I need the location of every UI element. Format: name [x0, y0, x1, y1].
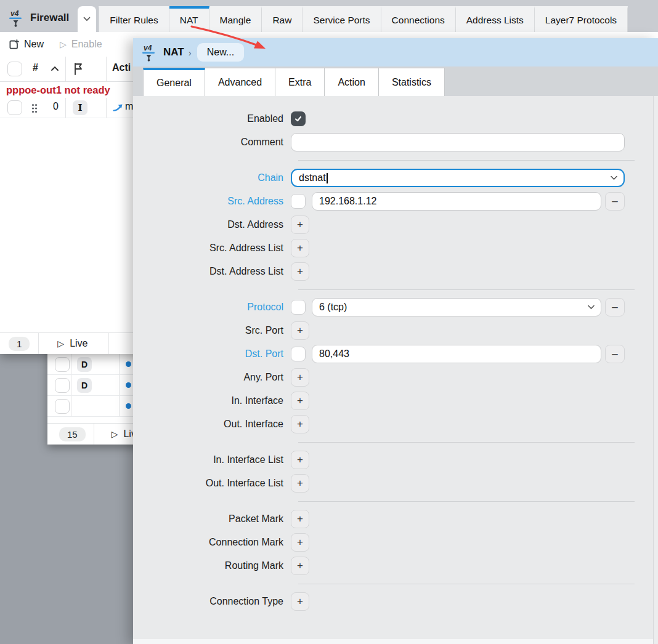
live-button[interactable]: ▷ Liv — [112, 429, 136, 440]
error-message: pppoe-out1 not ready — [6, 84, 110, 96]
drag-handle-icon[interactable] — [31, 103, 38, 113]
play-icon: ▷ — [57, 339, 64, 348]
column-divider — [71, 354, 71, 374]
src-port-add-button[interactable]: + — [291, 321, 309, 340]
in-interface-add-button[interactable]: + — [291, 392, 309, 410]
select-all-checkbox[interactable] — [7, 62, 22, 76]
connection-mark-add-button[interactable]: + — [291, 533, 309, 552]
field-label-dst-address-list: Dst. Address List — [133, 266, 291, 277]
src-address-input[interactable] — [312, 192, 601, 211]
protocol-remove-button[interactable]: – — [605, 298, 625, 316]
dialog-title: NAT — [163, 46, 184, 58]
dst-address-add-button[interactable]: + — [291, 215, 309, 234]
breadcrumb-chevron-icon: › — [189, 47, 192, 58]
field-label-out-interface: Out. Interface — [133, 419, 291, 430]
tab-raw[interactable]: Raw — [262, 6, 303, 32]
src-address-list-add-button[interactable]: + — [291, 239, 309, 257]
field-control-connection-type: + — [291, 592, 309, 611]
field-row-packet-mark: Packet Mark+ — [133, 510, 658, 528]
new-button[interactable]: New — [9, 39, 44, 50]
dst-port-input[interactable] — [312, 345, 601, 363]
enabled-checkbox[interactable] — [291, 111, 306, 126]
column-divider — [119, 354, 120, 374]
new-window-icon — [9, 39, 19, 50]
field-label-chain: Chain — [133, 172, 291, 183]
tab-filter-rules[interactable]: Filter Rules — [99, 6, 169, 32]
chain-combobox[interactable]: dstnat — [291, 169, 625, 187]
field-label-src-port: Src. Port — [133, 325, 291, 336]
dialog-tab-action[interactable]: Action — [325, 68, 378, 96]
column-action[interactable]: Acti — [112, 62, 131, 73]
dst-port-not-checkbox[interactable] — [291, 347, 306, 361]
jump-action-icon — [113, 103, 123, 112]
firewall-tabs: Filter RulesNATMangleRawService PortsCon… — [99, 6, 628, 32]
field-row-out-interface: Out. Interface+ — [133, 415, 658, 433]
field-label-protocol: Protocol — [133, 302, 291, 313]
field-row-in-interface: In. Interface+ — [133, 392, 658, 410]
dst-port-remove-button[interactable]: – — [605, 345, 625, 363]
field-label-src-address-list: Src. Address List — [133, 243, 291, 254]
chevron-down-icon — [588, 305, 595, 310]
field-control-any-port: + — [291, 368, 309, 387]
field-control-src-address-list: + — [291, 239, 309, 257]
any-port-add-button[interactable]: + — [291, 368, 309, 387]
src-address-remove-button[interactable]: – — [605, 192, 625, 211]
tab-connections[interactable]: Connections — [381, 6, 456, 32]
dialog-header: v4 NAT › New... — [133, 38, 658, 66]
tab-mangle[interactable]: Mangle — [209, 6, 262, 32]
row-checkbox[interactable] — [55, 357, 70, 372]
row-checkbox[interactable] — [55, 399, 70, 414]
tab-service-ports[interactable]: Service Ports — [303, 6, 381, 32]
comment-input[interactable] — [291, 133, 625, 151]
tab-nat[interactable]: NAT — [169, 6, 209, 32]
scrollbar-track[interactable] — [653, 96, 658, 644]
footer-divider — [108, 333, 109, 354]
text-cursor — [327, 173, 328, 183]
section-divider — [298, 289, 635, 290]
field-row-dst-address-list: Dst. Address List+ — [133, 262, 658, 281]
routing-mark-add-button[interactable]: + — [291, 557, 309, 575]
protocol-value: 6 (tcp) — [319, 302, 347, 313]
field-row-routing-mark: Routing Mark+ — [133, 557, 658, 575]
desktop: v4 Firewall Filter RulesNATMangleRawServ… — [0, 0, 658, 644]
dialog-tab-general[interactable]: General — [143, 68, 205, 96]
enable-button[interactable]: ▷ Enable — [60, 39, 102, 50]
connection-type-add-button[interactable]: + — [291, 592, 309, 611]
column-number[interactable]: # — [33, 62, 38, 73]
tab-address-lists[interactable]: Address Lists — [456, 6, 535, 32]
sort-asc-icon[interactable] — [51, 66, 59, 71]
protocol-not-checkbox[interactable] — [291, 300, 306, 315]
field-control-protocol: 6 (tcp)– — [291, 298, 625, 316]
src-address-not-checkbox[interactable] — [291, 194, 306, 209]
field-control-out-interface: + — [291, 415, 309, 433]
field-label-connection-mark: Connection Mark — [133, 537, 291, 548]
field-row-enabled: Enabled — [133, 110, 658, 128]
row-checkbox[interactable] — [55, 378, 70, 393]
column-divider — [71, 396, 71, 416]
field-control-dst-address-list: + — [291, 262, 309, 281]
dst-address-list-add-button[interactable]: + — [291, 262, 309, 281]
dialog-tab-statistics[interactable]: Statistics — [379, 68, 445, 96]
section-divider — [298, 160, 635, 161]
firewall-v4-icon: v4 — [142, 43, 158, 62]
nat-form: EnabledCommentChaindstnatSrc. Address–Ds… — [133, 110, 658, 611]
window-menu-button[interactable] — [78, 6, 96, 32]
packet-mark-add-button[interactable]: + — [291, 510, 309, 528]
out-interface-add-button[interactable]: + — [291, 415, 309, 433]
flag-column-icon[interactable] — [73, 62, 85, 76]
field-row-src-address-list: Src. Address List+ — [133, 239, 658, 257]
new-button-label: New — [24, 39, 44, 50]
tab-layer7-protocols[interactable]: Layer7 Protocols — [535, 6, 628, 32]
field-control-comment — [291, 133, 625, 151]
status-dot — [126, 361, 131, 367]
in-interface-list-add-button[interactable]: + — [291, 451, 309, 469]
field-label-routing-mark: Routing Mark — [133, 560, 291, 571]
rule-number: 0 — [53, 101, 59, 112]
live-button[interactable]: ▷ Live — [57, 338, 87, 349]
dialog-tab-advanced[interactable]: Advanced — [205, 68, 275, 96]
protocol-combobox[interactable]: 6 (tcp) — [312, 298, 601, 316]
row-checkbox[interactable] — [7, 100, 22, 115]
out-interface-list-add-button[interactable]: + — [291, 474, 309, 493]
dialog-tab-extra[interactable]: Extra — [275, 68, 325, 96]
field-row-src-port: Src. Port+ — [133, 321, 658, 340]
